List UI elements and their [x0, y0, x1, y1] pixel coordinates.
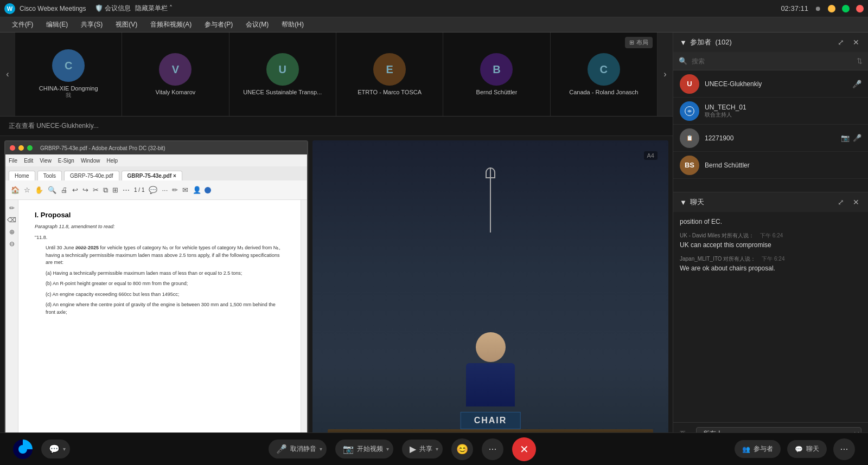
pdf-menu-view[interactable]: View: [40, 158, 52, 164]
meeting-info-btn[interactable]: 🛡️ 会议信息: [95, 4, 131, 13]
participant-card[interactable]: C Canada - Roland Jonasch ⊞ 布局: [551, 33, 658, 116]
participant-card[interactable]: E ETRTO - Marco TOSCA: [336, 33, 443, 116]
maximize-btn[interactable]: [842, 5, 850, 12]
more-right-btn[interactable]: ···: [833, 438, 855, 460]
hide-menu-btn[interactable]: 隐藏菜单栏 ˄: [135, 4, 173, 13]
pdf-maximize-btn[interactable]: [27, 145, 33, 151]
menu-item[interactable]: 文件(F): [7, 19, 39, 30]
pdf-menu-file[interactable]: File: [9, 158, 17, 164]
pdf-scrollbar[interactable]: [301, 200, 307, 440]
pdf-tool-dots[interactable]: ···: [161, 185, 169, 195]
chat-close-btn[interactable]: ✕: [851, 197, 861, 208]
pdf-tab-file1[interactable]: GBRP-75-40e.pdf: [64, 171, 119, 180]
pdf-menu-window[interactable]: Window: [81, 158, 100, 164]
pdf-tab-tools[interactable]: Tools: [37, 171, 62, 180]
pdf-tool-undo[interactable]: ↩: [71, 185, 79, 195]
mute-arrow: ▾: [320, 446, 322, 452]
pdf-tool-redo[interactable]: ↪: [81, 185, 90, 195]
pdf-tool-pen[interactable]: ✏: [171, 185, 179, 195]
more-options-btn[interactable]: ···: [482, 438, 503, 460]
participant-card[interactable]: U UNECE Sustainable Transp...: [229, 33, 336, 116]
share-btn[interactable]: ▶ 共享 ▾: [402, 440, 443, 458]
participants-collapse-icon[interactable]: ▼: [680, 38, 687, 47]
pdf-tool-comment[interactable]: 💬: [148, 185, 158, 195]
participant-info: UNECE-Glukhenkiy: [705, 80, 847, 88]
video-label: 开始视频: [357, 444, 383, 454]
chat-collapse-icon[interactable]: ▼: [680, 198, 687, 206]
pdf-minimize-btn[interactable]: [18, 145, 24, 151]
close-btn[interactable]: [856, 5, 864, 12]
menu-item[interactable]: 帮助(H): [276, 19, 309, 30]
emoji-btn[interactable]: 💬 ▾: [41, 440, 70, 458]
participant-row[interactable]: BS Bernd Schüttler: [673, 152, 868, 179]
pdf-menu-help[interactable]: Help: [106, 158, 118, 164]
chat-messages[interactable]: position of EC. UK - David Miles 对所有人说： …: [673, 212, 868, 422]
pdf-tool-edit[interactable]: ⧉: [102, 185, 109, 196]
pdf-tool-hand[interactable]: ✋: [34, 185, 44, 195]
reactions-btn[interactable]: 😊: [451, 438, 473, 460]
menu-item[interactable]: 参与者(P): [199, 19, 238, 30]
menu-item[interactable]: 编辑(E): [41, 19, 73, 30]
mute-btn[interactable]: 🎤 取消静音 ▾: [269, 440, 327, 458]
pdf-close-btn[interactable]: [10, 145, 15, 151]
menu-item[interactable]: 音频和视频(A): [145, 19, 197, 30]
menu-item[interactable]: 视图(V): [110, 19, 143, 30]
pdf-tab-file2[interactable]: GBRP-75-43e.pdf ×: [122, 171, 182, 180]
reactions-icon: 😊: [456, 443, 468, 455]
chat-expand-btn[interactable]: ⤢: [835, 197, 846, 208]
chat-quick-btn[interactable]: 💬 聊天: [787, 440, 827, 458]
participant-row[interactable]: 📋 12271900 📷 🎤: [673, 125, 868, 152]
participants-list: C CHINA-XIE Dongming 我 V Vitaly Komarov …: [15, 33, 658, 116]
bottom-toolbar: 💬 ▾ 🎤 取消静音 ▾ 📷 开始视频 ▾ ▶ 共享 ▾ 😊 ···: [0, 432, 868, 465]
chat-message: UK - David Miles 对所有人说： 下午 6:24 UK can a…: [680, 232, 861, 250]
search-input[interactable]: [692, 57, 852, 65]
menu-item[interactable]: 会议(M): [240, 19, 274, 30]
minimize-btn[interactable]: [828, 5, 835, 12]
pdf-menu-edit[interactable]: Edit: [24, 158, 33, 164]
pdf-left-tool1[interactable]: ✏: [9, 204, 15, 212]
pdf-tool-home[interactable]: 🏠: [10, 185, 21, 195]
chat-text: UK can accept this compromise: [680, 241, 861, 250]
participant-card[interactable]: V Vitaly Komarov: [122, 33, 229, 116]
pdf-titlebar: GRBRP-75-43e.pdf - Adobe Acrobat Pro DC …: [5, 141, 307, 154]
mic-stand: [490, 167, 491, 232]
avatar: V: [159, 53, 192, 86]
layout-btn[interactable]: ⊞ 布局: [625, 37, 653, 48]
participant-row[interactable]: UN_TECH_01 联合主持人: [673, 98, 868, 125]
pdf-content[interactable]: ✏ ⌫ ⊕ ⊖ I. Proposal Paragraph 11.8, amen…: [5, 200, 307, 440]
participants-expand-btn[interactable]: ⤢: [835, 37, 846, 48]
main-layout: ‹ C CHINA-XIE Dongming 我 V Vitaly Komaro…: [0, 33, 868, 465]
participant-avatar: U: [680, 74, 699, 94]
panel-actions: ⤢ ✕: [835, 37, 861, 48]
participants-close-btn[interactable]: ✕: [851, 37, 861, 48]
pdf-left-tool3[interactable]: ⊕: [9, 228, 15, 236]
menu-item[interactable]: 共享(S): [75, 19, 108, 30]
pdf-left-tool2[interactable]: ⌫: [7, 216, 16, 224]
video-btn[interactable]: 📷 开始视频 ▾: [335, 440, 393, 458]
pdf-left-tool4[interactable]: ⊖: [9, 240, 15, 248]
pdf-menu-esign[interactable]: E-Sign: [58, 158, 74, 164]
pdf-tab-home[interactable]: Home: [9, 171, 35, 180]
participant-name: Bernd Schüttler: [476, 89, 518, 95]
pdf-tool-cursor[interactable]: ✂: [92, 185, 100, 195]
sort-icon[interactable]: ⇅: [857, 57, 863, 65]
participant-row[interactable]: U UNECE-Glukhenkiy 🎤: [673, 70, 868, 98]
clock: 02:37:11: [781, 4, 808, 12]
participant-card[interactable]: C CHINA-XIE Dongming 我: [15, 33, 122, 116]
pdf-tool-print[interactable]: 🖨: [60, 185, 69, 195]
pdf-tool-back[interactable]: ☆: [23, 185, 31, 195]
participant-info: Bernd Schüttler: [705, 162, 856, 169]
participant-card[interactable]: B Bernd Schüttler: [443, 33, 550, 116]
pdf-tool-search[interactable]: 🔍: [47, 185, 58, 195]
viewing-bar: 正在查看 UNECE-Glukhenkiy...: [0, 117, 673, 136]
next-participant-btn[interactable]: ›: [658, 33, 673, 116]
prev-participant-btn[interactable]: ‹: [0, 33, 15, 116]
webex-status-indicator[interactable]: [13, 440, 33, 459]
pdf-tool-copy[interactable]: ⊞: [111, 185, 119, 195]
participants-panel-header: ▼ 参加者 (102) ⤢ ✕: [673, 33, 868, 52]
pdf-tool-mail[interactable]: ✉: [181, 185, 189, 195]
pdf-tool-more[interactable]: ⋯: [122, 185, 131, 195]
pdf-tool-user[interactable]: 👤: [192, 185, 202, 195]
participants-quick-btn[interactable]: 👥 参与者: [735, 440, 781, 458]
end-call-btn[interactable]: ✕: [512, 437, 536, 461]
